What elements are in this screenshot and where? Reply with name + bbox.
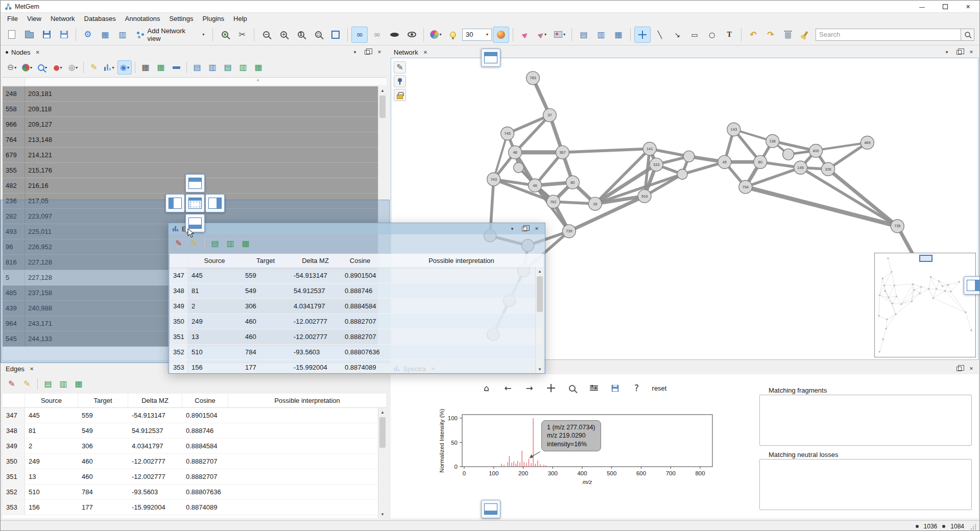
- dock-guide-top-icon[interactable]: [185, 174, 205, 192]
- close-panel-button[interactable]: ✕: [967, 48, 975, 56]
- tab-edges[interactable]: Edges ✕: [6, 365, 34, 373]
- column-header[interactable]: Target: [242, 254, 290, 268]
- columns-view-1-button[interactable]: ▤: [190, 60, 204, 75]
- edges-table-row[interactable]: 34923064.03417970.8884584: [3, 439, 387, 454]
- panel-menu-button[interactable]: ▾: [351, 48, 359, 56]
- edges-table-row[interactable]: 352510784-93.56030.88807636: [170, 345, 544, 360]
- network-edge[interactable]: [562, 149, 650, 152]
- color-by-button[interactable]: ▾: [427, 27, 444, 43]
- scroll-up-icon[interactable]: ▲: [536, 267, 544, 275]
- highlight-pen-button[interactable]: ✎: [87, 60, 101, 75]
- columns-view-2-button[interactable]: ▥: [205, 60, 220, 75]
- scroll-up-icon[interactable]: ▲: [378, 86, 387, 94]
- ghost-table-head[interactable]: SourceTargetDelta MZCosinePossible inter…: [170, 254, 544, 268]
- column-header[interactable]: [170, 254, 188, 268]
- reset-button[interactable]: reset: [652, 381, 667, 395]
- column-header[interactable]: Delta MZ: [290, 254, 341, 268]
- zoom-button[interactable]: [566, 381, 579, 395]
- arrow-tool-button[interactable]: ↘: [669, 27, 685, 43]
- link-selection-button[interactable]: ∞: [351, 27, 368, 43]
- clear-button[interactable]: [797, 27, 814, 43]
- scrollbar-thumb[interactable]: [537, 276, 543, 312]
- network-edge[interactable]: [515, 115, 550, 153]
- column-header[interactable]: Source: [188, 254, 242, 268]
- menu-annotations[interactable]: Annotations: [121, 14, 165, 23]
- rect-tool-button[interactable]: ▭: [686, 27, 703, 43]
- clip-button[interactable]: ✂: [234, 27, 250, 43]
- columns-view-5-button[interactable]: ▦: [251, 60, 266, 75]
- edit-yellow-pen-button[interactable]: ✎: [20, 377, 34, 391]
- panel-menu-button[interactable]: ▾: [508, 225, 516, 233]
- tab-nodes[interactable]: Nodes ✕: [6, 49, 40, 56]
- scrollbar-thumb[interactable]: [379, 95, 386, 118]
- open-project-button[interactable]: [21, 27, 37, 43]
- dock-guide-area-top-icon[interactable]: [481, 49, 500, 67]
- nodes-table-header[interactable]: ^: [3, 78, 387, 86]
- delete-button[interactable]: [780, 27, 796, 43]
- search-button[interactable]: [961, 29, 974, 41]
- edges-table-view-1-button[interactable]: ▤: [41, 377, 55, 391]
- nodes-table-row[interactable]: 966209,127: [3, 117, 378, 132]
- dock-guide-right-icon[interactable]: [205, 194, 225, 212]
- find-button[interactable]: [217, 27, 233, 43]
- pie-chart-button[interactable]: ⊖▾: [5, 60, 19, 75]
- close-panel-button[interactable]: ✕: [533, 225, 541, 233]
- hide-items-button[interactable]: [386, 27, 402, 43]
- close-icon[interactable]: ✕: [423, 50, 427, 55]
- lock-view-button[interactable]: [394, 89, 406, 101]
- spectrum-chart[interactable]: 0100200300400500600700800050100m/zNormal…: [395, 406, 752, 516]
- home-button[interactable]: ⌂: [481, 381, 493, 395]
- color-nodes-button[interactable]: ▾: [20, 60, 34, 75]
- new-project-button[interactable]: [4, 27, 20, 43]
- menu-network[interactable]: Network: [46, 14, 80, 23]
- floating-panel-titlebar[interactable]: E ▾ ✕: [169, 223, 545, 234]
- menu-databases[interactable]: Databases: [80, 14, 121, 23]
- minimize-button[interactable]: —: [911, 1, 934, 13]
- close-icon[interactable]: ✕: [36, 50, 40, 55]
- configure-button[interactable]: [588, 381, 600, 395]
- tab-network[interactable]: Network ✕: [394, 49, 427, 56]
- scroll-down-icon[interactable]: ▼: [536, 365, 544, 373]
- columns-view-4-button[interactable]: ▥: [236, 60, 250, 75]
- column-header[interactable]: Target: [78, 394, 128, 407]
- edges-table-row[interactable]: 35113460-12.0027770.8882707: [3, 469, 387, 485]
- resize-grip[interactable]: [969, 522, 976, 530]
- save-project-button[interactable]: [38, 27, 55, 43]
- edges-table-row[interactable]: 347445559-54.9131470.8901504: [170, 268, 544, 283]
- column-header[interactable]: Possible interpretation: [228, 394, 387, 407]
- back-button[interactable]: ←: [502, 381, 514, 395]
- table-corner[interactable]: [3, 78, 25, 85]
- edges-table-view-2-button[interactable]: ▥: [56, 377, 70, 391]
- table-colored-button[interactable]: ▦: [154, 60, 168, 75]
- edges-table-scrollbar[interactable]: ▲ ▼: [378, 408, 387, 518]
- fit-view-button[interactable]: [327, 27, 344, 43]
- edges-table-view-2-button[interactable]: ▥: [223, 236, 237, 251]
- floating-edges-panel[interactable]: E ▾ ✕ ✎ ✎ ▤ ▥ ▦ SourceTargetDelta MZCosi…: [168, 223, 545, 374]
- panel-menu-button[interactable]: ▾: [943, 48, 951, 56]
- scrollbar-thumb[interactable]: [379, 417, 386, 448]
- column-header[interactable]: [3, 394, 25, 407]
- close-icon[interactable]: ✕: [30, 366, 34, 372]
- column-header[interactable]: Cosine: [341, 254, 379, 268]
- matching-fragments-box[interactable]: [759, 395, 972, 446]
- size-by-button[interactable]: [493, 27, 509, 43]
- node-color-button[interactable]: ●▾: [51, 60, 65, 75]
- matching-neutral-losses-box[interactable]: [759, 459, 972, 510]
- edges-table-row[interactable]: 3488154954.9125370.888746: [170, 283, 544, 299]
- nodes-table-row[interactable]: 558209,118: [3, 102, 378, 117]
- float-panel-button[interactable]: [955, 365, 963, 373]
- network-node[interactable]: [677, 169, 687, 179]
- undo-button[interactable]: ↶: [745, 27, 761, 43]
- metadata-table-button[interactable]: ▤: [576, 27, 592, 43]
- columns-view-3-button[interactable]: ▤: [221, 60, 235, 75]
- edges-table-row[interactable]: 350249460-12.0027770.8882707: [170, 314, 544, 329]
- filter-table-button[interactable]: ▦: [610, 27, 627, 43]
- unlink-selection-button[interactable]: ∞: [369, 27, 385, 43]
- dock-guide-left-icon[interactable]: [165, 194, 185, 212]
- group-mapping-table-button[interactable]: ▥: [593, 27, 609, 43]
- pan-button[interactable]: [545, 381, 557, 395]
- highlight-nodes-button[interactable]: ▾: [35, 60, 50, 75]
- edges-table-row[interactable]: 35113460-12.0027770.8882707: [170, 329, 544, 345]
- edges-table-row[interactable]: 353156177-15.9920040.8874089: [3, 500, 387, 515]
- column-header[interactable]: Possible interpretation: [379, 254, 544, 268]
